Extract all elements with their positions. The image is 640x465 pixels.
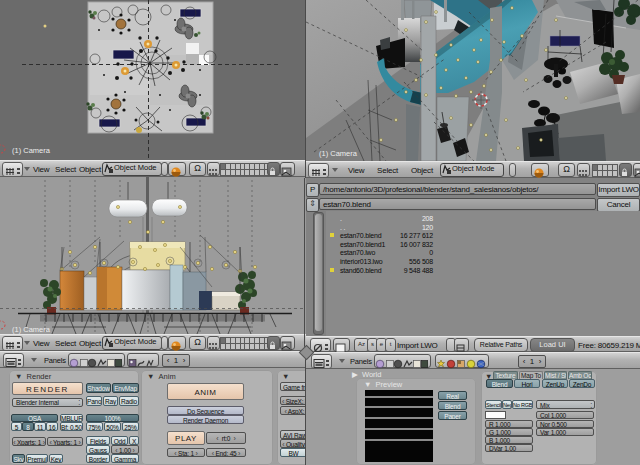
- svg-text:(1) Camera: (1) Camera: [12, 325, 51, 334]
- svg-text:(1) Camera: (1) Camera: [319, 149, 358, 158]
- svg-text:(1) Camera: (1) Camera: [12, 146, 51, 155]
